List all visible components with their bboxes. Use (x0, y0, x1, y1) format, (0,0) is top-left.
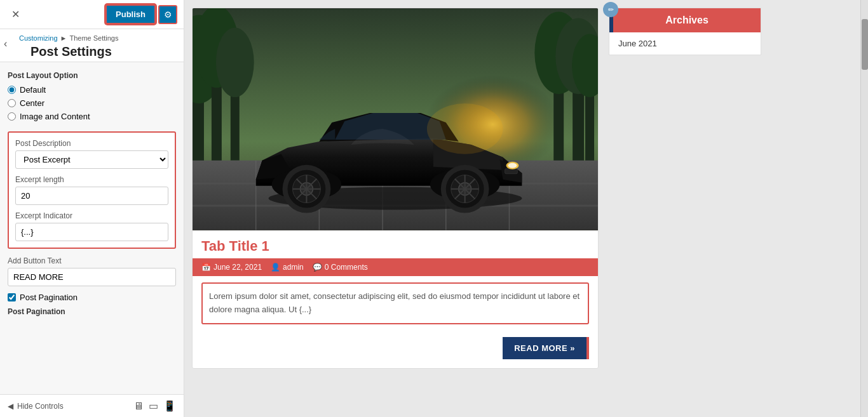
chevron-icon: ◀ (8, 402, 13, 411)
excerpt-indicator-input[interactable] (15, 223, 168, 241)
back-button[interactable]: ‹ (4, 38, 7, 50)
comment-icon: 💬 (313, 263, 322, 272)
mobile-icon-button[interactable]: 📱 (163, 400, 176, 412)
read-more-button[interactable]: READ MORE » (503, 337, 589, 359)
pencil-icon: ✏ (608, 6, 614, 14)
post-card: Tab Title 1 📅 June 22, 2021 👤 admin 💬 0 … (192, 8, 599, 369)
add-button-label: Add Button Text (8, 256, 176, 265)
post-excerpt: Lorem ipsum dolor sit amet, consectetur … (201, 282, 589, 324)
breadcrumb: Customizing ► Theme Settings (19, 34, 175, 42)
desktop-icon-button[interactable]: 🖥 (133, 400, 144, 412)
calendar-icon: 📅 (201, 263, 211, 272)
panel-content: Post Layout Option Default Center Image … (0, 62, 184, 394)
post-pagination-checkbox[interactable] (8, 293, 16, 301)
main-preview-area: Tab Title 1 📅 June 22, 2021 👤 admin 💬 0 … (184, 0, 860, 417)
add-button-input[interactable] (8, 268, 176, 286)
hide-controls[interactable]: ◀ Hide Controls (8, 402, 64, 411)
post-meta-bar: 📅 June 22, 2021 👤 admin 💬 0 Comments (193, 258, 598, 276)
gear-button[interactable]: ⚙ (158, 5, 177, 24)
layout-label: Post Layout Option (8, 71, 176, 80)
svg-point-44 (427, 103, 503, 154)
layout-option-image-content[interactable]: Image and Content (8, 112, 176, 121)
breadcrumb-separator: ► (60, 34, 67, 42)
scrollbar-thumb[interactable] (862, 19, 868, 70)
svg-point-7 (216, 27, 254, 97)
publish-area: Publish ⚙ (105, 4, 177, 24)
bottom-bar: ◀ Hide Controls 🖥 ▭ 📱 (0, 394, 184, 417)
post-date: 📅 June 22, 2021 (201, 263, 262, 272)
archives-widget: ✏ Archives June 2021 (609, 8, 761, 55)
post-footer: READ MORE » (193, 331, 598, 368)
hide-controls-label: Hide Controls (17, 402, 64, 411)
excerpt-length-label: Excerpt length (15, 175, 168, 184)
post-pagination-row: Post Pagination (8, 293, 176, 302)
device-icons: 🖥 ▭ 📱 (133, 400, 176, 412)
post-title: Tab Title 1 (193, 230, 598, 258)
layout-radio-group: Default Center Image and Content (8, 85, 176, 121)
layout-option-default[interactable]: Default (8, 85, 176, 95)
breadcrumb-customizing[interactable]: Customizing (19, 34, 58, 42)
car-image-svg (193, 8, 598, 230)
post-author: 👤 admin (271, 263, 304, 272)
post-description-section: Post Description Post Excerpt Full Conte… (8, 131, 176, 249)
customizer-panel: ✕ Publish ⚙ ‹ Customizing ► Theme Settin… (0, 0, 184, 417)
page-scrollbar[interactable] (860, 0, 868, 417)
svg-rect-23 (505, 169, 517, 174)
layout-section: Post Layout Option Default Center Image … (8, 71, 176, 121)
widget-body: June 2021 (609, 32, 761, 55)
description-label: Post Description (15, 139, 168, 148)
svg-point-25 (508, 163, 517, 168)
post-image (193, 8, 598, 230)
widget-title: Archives (609, 8, 761, 32)
description-select[interactable]: Post Excerpt Full Content None (15, 150, 168, 169)
archive-month: June 2021 (618, 39, 657, 48)
gear-icon: ⚙ (164, 10, 172, 20)
sidebar-area: ✏ Archives June 2021 (609, 8, 761, 55)
publish-button[interactable]: Publish (105, 4, 156, 24)
breadcrumb-area: ‹ Customizing ► Theme Settings Post Sett… (0, 29, 184, 62)
tablet-icon-button[interactable]: ▭ (149, 400, 158, 412)
post-pagination-label: Post Pagination (20, 293, 78, 302)
excerpt-indicator-label: Excerpt Indicator (15, 211, 168, 220)
post-comments: 💬 0 Comments (313, 263, 368, 272)
top-bar: ✕ Publish ⚙ (0, 0, 184, 29)
user-icon: 👤 (271, 263, 280, 272)
breadcrumb-theme-settings: Theme Settings (69, 34, 118, 42)
post-pagination-section-label: Post Pagination (8, 307, 176, 316)
page-title: Post Settings (19, 44, 175, 59)
close-icon: ✕ (11, 8, 20, 20)
excerpt-length-input[interactable] (15, 187, 168, 205)
layout-option-center[interactable]: Center (8, 98, 176, 108)
widget-edit-icon[interactable]: ✏ (603, 2, 618, 17)
add-button-section: Add Button Text (8, 256, 176, 286)
close-button[interactable]: ✕ (6, 6, 24, 23)
